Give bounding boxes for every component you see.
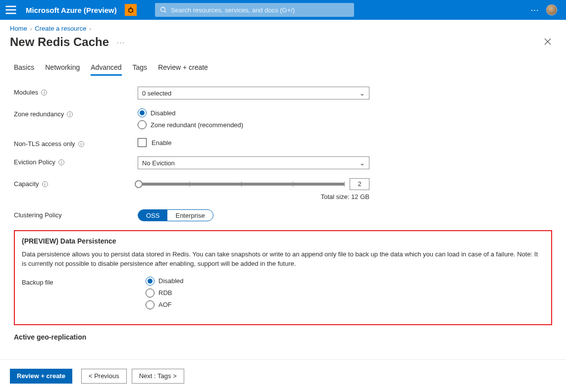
data-persistence-heading: (PREVIEW) Data Persistence (22, 237, 544, 245)
capacity-slider[interactable] (138, 183, 345, 186)
info-icon[interactable]: i (42, 181, 48, 187)
radio-icon (146, 277, 154, 286)
capacity-value-input[interactable]: 2 (350, 178, 369, 190)
clustering-policy-toggle: OSS Enterprise (138, 209, 213, 221)
radio-icon (146, 300, 154, 309)
capacity-total-size: Total size: 12 GB (138, 193, 369, 200)
more-menu-icon[interactable]: ··· (531, 6, 539, 14)
active-geo-replication-heading: Active geo-replication (14, 329, 552, 341)
backup-radio-aof[interactable]: AOF (146, 300, 377, 309)
wizard-footer: Review + create < Previous Next : Tags > (0, 359, 566, 392)
title-more-icon[interactable]: ··· (117, 39, 125, 46)
azure-topbar: Microsoft Azure (Preview) Search resourc… (0, 0, 566, 20)
previous-button[interactable]: < Previous (81, 369, 127, 384)
checkbox-icon (138, 138, 147, 147)
user-avatar[interactable] (546, 4, 557, 15)
eviction-policy-label: Eviction Policy i (14, 156, 138, 166)
svg-line-6 (132, 9, 133, 9)
data-persistence-section: (PREVIEW) Data Persistence Data persiste… (14, 230, 552, 325)
page-title: New Redis Cache (10, 35, 109, 49)
svg-point-9 (161, 7, 165, 12)
data-persistence-description: Data persistence allows you to persist d… (22, 250, 544, 269)
nontls-enable-checkbox[interactable]: Enable (138, 138, 369, 147)
clustering-oss-option[interactable]: OSS (138, 210, 167, 221)
svg-line-8 (132, 11, 133, 12)
brand-title[interactable]: Microsoft Azure (Preview) (26, 6, 117, 14)
chevron-down-icon: ⌄ (360, 159, 365, 167)
eviction-dropdown-value: No Eviction (142, 159, 175, 167)
radio-icon (146, 289, 154, 297)
modules-label: Modules i (14, 87, 138, 96)
chevron-right-icon: › (89, 26, 91, 32)
breadcrumb: Home › Create a resource › (0, 20, 566, 34)
info-icon[interactable]: i (78, 141, 84, 147)
next-button[interactable]: Next : Tags > (132, 369, 184, 384)
svg-line-7 (128, 11, 129, 12)
tab-review-create[interactable]: Review + create (158, 63, 208, 76)
capacity-label: Capacity i (14, 178, 138, 188)
modules-dropdown[interactable]: 0 selected ⌄ (138, 87, 369, 99)
radio-icon (138, 108, 147, 117)
tab-networking[interactable]: Networking (45, 63, 80, 76)
review-create-button[interactable]: Review + create (10, 369, 72, 384)
breadcrumb-home[interactable]: Home (10, 25, 27, 32)
modules-dropdown-value: 0 selected (142, 90, 171, 97)
zone-redundancy-label: Zone redundancy i (14, 108, 138, 118)
clustering-policy-label: Clustering Policy (14, 209, 138, 219)
info-icon[interactable]: i (41, 90, 47, 96)
title-row: New Redis Cache ··· (0, 34, 566, 57)
backup-radio-rdb[interactable]: RDB (146, 289, 377, 297)
tabs: Basics Networking Advanced Tags Review +… (14, 63, 552, 76)
info-icon[interactable]: i (67, 111, 73, 117)
nontls-label: Non-TLS access only i (14, 138, 138, 147)
tab-basics[interactable]: Basics (14, 63, 34, 76)
zone-radio-recommended[interactable]: Zone redundant (recommended) (138, 120, 369, 129)
chevron-down-icon: ⌄ (360, 90, 365, 97)
radio-icon (138, 120, 147, 129)
info-icon[interactable]: i (58, 159, 64, 165)
eviction-policy-dropdown[interactable]: No Eviction ⌄ (138, 156, 369, 169)
preview-bug-icon[interactable] (125, 4, 137, 16)
close-icon[interactable] (544, 38, 551, 47)
clustering-enterprise-option[interactable]: Enterprise (167, 210, 212, 221)
svg-line-10 (165, 11, 166, 13)
tab-advanced[interactable]: Advanced (91, 63, 121, 76)
hamburger-menu-icon[interactable] (4, 3, 18, 17)
zone-radio-disabled[interactable]: Disabled (138, 108, 369, 117)
svg-point-3 (129, 8, 133, 12)
backup-file-label: Backup file (22, 277, 146, 286)
breadcrumb-create-resource[interactable]: Create a resource (35, 25, 86, 32)
backup-radio-disabled[interactable]: Disabled (146, 277, 377, 286)
search-placeholder-text: Search resources, services, and docs (G+… (171, 6, 295, 14)
svg-line-5 (128, 9, 129, 9)
tab-tags[interactable]: Tags (133, 63, 148, 76)
chevron-right-icon: › (30, 26, 32, 32)
content-scroll-area[interactable]: Basics Networking Advanced Tags Review +… (0, 58, 566, 359)
slider-thumb[interactable] (135, 180, 143, 188)
global-search-input[interactable]: Search resources, services, and docs (G+… (155, 3, 354, 17)
